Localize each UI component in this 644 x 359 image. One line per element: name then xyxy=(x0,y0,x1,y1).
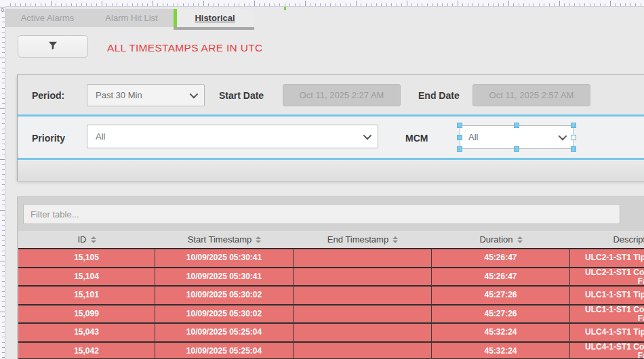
column-label: ID xyxy=(78,234,87,245)
start-date-input[interactable] xyxy=(283,84,401,106)
column-label: Duration xyxy=(479,234,512,245)
mcm-label: MCM xyxy=(405,133,428,144)
sort-icon xyxy=(256,236,261,243)
table-header-row: ID Start Timestamp End Timestamp Duratio… xyxy=(18,231,644,248)
ruler-cursor-marker xyxy=(284,7,286,10)
cell-id: 15,042 xyxy=(18,343,155,359)
ruler-major-ticks xyxy=(0,7,5,359)
tab-active-alarms[interactable]: Active Alarms xyxy=(5,9,89,27)
cell-end-timestamp xyxy=(294,343,432,359)
cell-start-timestamp: 10/09/2025 05:30:02 xyxy=(155,287,294,304)
period-value: Past 30 Min xyxy=(96,90,190,100)
column-header-description[interactable]: Description xyxy=(570,231,644,248)
active-tab-underline xyxy=(174,27,254,30)
description-line: ULC2-1-ST1 Con xyxy=(585,268,644,277)
table-row[interactable]: 15,104 10/09/2025 05:30:41 45:26:47 ULC2… xyxy=(18,267,644,286)
mcm-select[interactable]: All xyxy=(460,125,573,149)
alarm-history-table: ID Start Timestamp End Timestamp Duratio… xyxy=(18,231,644,359)
table-row[interactable]: 15,043 10/09/2025 05:25:04 45:32:24 ULC4… xyxy=(18,322,644,341)
period-select[interactable]: Past 30 Min xyxy=(87,84,205,106)
selection-handle-top-right[interactable] xyxy=(571,123,576,128)
start-date-label: Start Date xyxy=(219,90,264,101)
cell-end-timestamp xyxy=(294,324,432,341)
selection-handle-top-center[interactable] xyxy=(514,123,519,128)
chevron-down-icon xyxy=(363,131,372,140)
ruler-origin-marker xyxy=(1,8,4,12)
tab-historical[interactable]: Historical xyxy=(177,9,253,27)
column-label: Description xyxy=(613,234,644,245)
column-label: End Timestamp xyxy=(327,234,388,245)
cell-description: ULC1-1-ST1 Tip xyxy=(570,287,644,304)
priority-select[interactable]: All xyxy=(87,125,378,148)
cell-description: ULC4-1-ST1 Con Fault xyxy=(570,343,644,359)
mcm-value: All xyxy=(468,132,559,142)
priority-value: All xyxy=(96,131,363,142)
column-header-id[interactable]: ID xyxy=(18,231,155,248)
table-row[interactable]: 15,105 10/09/2025 05:30:41 45:26:47 ULC2… xyxy=(18,248,644,267)
column-header-duration[interactable]: Duration xyxy=(432,231,570,248)
cell-description: ULC2-1-ST1 Con Fault xyxy=(570,268,644,286)
description-line: ULC4-1-ST1 Con xyxy=(585,343,644,352)
table-filter-input[interactable] xyxy=(23,204,620,224)
cell-description: ULC2-1-ST1 Tip xyxy=(570,249,644,267)
cell-duration: 45:26:47 xyxy=(432,249,570,267)
end-date-label: End Date xyxy=(418,90,460,101)
priority-row: Priority All MCM All xyxy=(18,117,644,158)
ruler-major-ticks xyxy=(0,1,644,6)
chevron-down-icon xyxy=(190,90,199,99)
cell-id: 15,105 xyxy=(18,249,155,267)
cell-description: ULC4-1-ST1 Tip xyxy=(570,324,644,341)
period-row: Period: Past 30 Min Start Date End Date xyxy=(18,75,644,114)
cell-start-timestamp: 10/09/2025 05:25:04 xyxy=(155,343,294,359)
alarm-table-panel: ID Start Timestamp End Timestamp Duratio… xyxy=(17,196,644,359)
cell-id: 15,104 xyxy=(18,268,155,286)
sort-icon xyxy=(91,236,96,243)
column-header-start-timestamp[interactable]: Start Timestamp xyxy=(155,231,294,248)
table-row[interactable]: 15,099 10/09/2025 05:30:02 45:27:26 ULC1… xyxy=(18,304,644,323)
selection-handle-middle-right[interactable] xyxy=(571,135,576,140)
cell-start-timestamp: 10/09/2025 05:30:02 xyxy=(155,305,294,323)
funnel-icon xyxy=(47,40,58,54)
tab-alarm-hit-list[interactable]: Alarm Hit List xyxy=(89,9,174,27)
sort-icon xyxy=(393,236,398,243)
cell-duration: 45:27:26 xyxy=(432,305,570,323)
description-line: ULC1-1-ST1 Con xyxy=(585,305,644,314)
cell-end-timestamp xyxy=(294,268,432,286)
horizontal-ruler xyxy=(0,0,644,7)
vertical-ruler xyxy=(0,7,5,359)
table-row[interactable]: 15,042 10/09/2025 05:25:04 45:32:24 ULC4… xyxy=(18,341,644,359)
selection-handle-bottom-right[interactable] xyxy=(571,146,576,152)
selection-handle-middle-left[interactable] xyxy=(457,135,462,140)
selection-handle-bottom-left[interactable] xyxy=(457,146,462,152)
tab-group: Active Alarms Alarm Hit List xyxy=(5,9,174,27)
filter-toggle-button[interactable] xyxy=(18,35,88,58)
cell-id: 15,099 xyxy=(18,305,155,323)
description-line: ULC4-1-ST1 Tip xyxy=(585,328,644,337)
cell-id: 15,043 xyxy=(18,324,155,341)
description-line: ULC1-1-ST1 Tip xyxy=(585,291,644,299)
description-line: Fault xyxy=(585,277,644,286)
cell-duration: 45:32:24 xyxy=(432,324,570,341)
selection-handle-top-left[interactable] xyxy=(457,123,462,128)
cell-end-timestamp xyxy=(294,287,432,304)
utc-notice: ALL TIMESTAMPS ARE IN UTC xyxy=(107,42,262,54)
cell-start-timestamp: 10/09/2025 05:30:41 xyxy=(155,249,294,267)
priority-label: Priority xyxy=(32,133,65,144)
cell-id: 15,101 xyxy=(18,287,155,304)
cell-end-timestamp xyxy=(294,305,432,323)
cell-description: ULC1-1-ST1 Con Fault xyxy=(570,305,644,323)
column-header-end-timestamp[interactable]: End Timestamp xyxy=(294,231,432,248)
description-line: ULC2-1-ST1 Tip xyxy=(585,253,644,262)
cell-duration: 45:26:47 xyxy=(432,268,570,286)
cell-start-timestamp: 10/09/2025 05:30:41 xyxy=(155,268,294,286)
end-date-input[interactable] xyxy=(472,84,590,106)
selection-handle-bottom-center[interactable] xyxy=(514,146,519,152)
table-row[interactable]: 15,101 10/09/2025 05:30:02 45:27:26 ULC1… xyxy=(18,285,644,304)
column-label: Start Timestamp xyxy=(188,234,252,245)
cell-duration: 45:27:26 xyxy=(432,287,570,304)
description-line: Fault xyxy=(585,352,644,359)
period-label: Period: xyxy=(32,90,64,101)
cell-end-timestamp xyxy=(294,249,432,267)
ruler-corner xyxy=(0,0,5,7)
sort-icon xyxy=(517,236,523,243)
